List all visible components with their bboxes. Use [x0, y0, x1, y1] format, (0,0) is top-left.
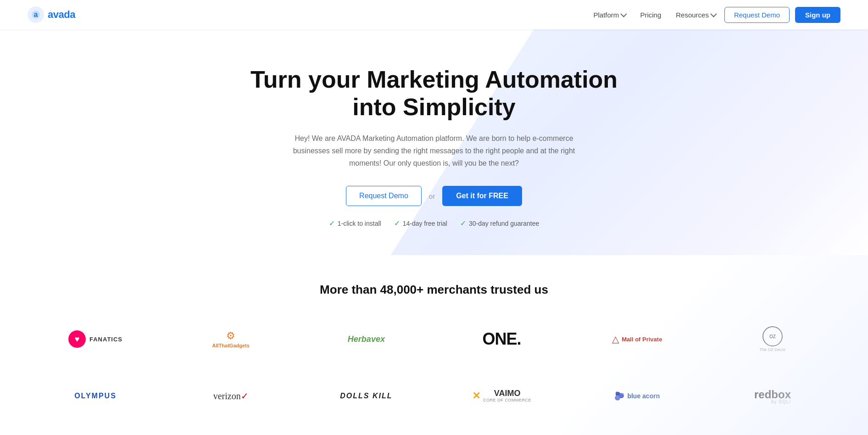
hero-or-text: or	[429, 192, 435, 200]
ozdecor-logo: OZ The OZ Decor	[760, 326, 786, 352]
dollskill-logo: DOLLS KILL	[340, 392, 392, 400]
trusted-section: More than 48,000+ merchants trusted us ♥…	[0, 255, 868, 435]
list-item: ✕ VAIMO CORE OF COMMERCE	[434, 378, 569, 414]
olympus-logo: OLYMPUS	[74, 392, 117, 400]
redbox-sub: by SQLI	[771, 399, 791, 404]
list-item: Herbavex	[299, 321, 434, 357]
hero-content: Turn your Marketing Automation into Simp…	[9, 66, 859, 228]
vaimo-text: VAIMO CORE OF COMMERCE	[483, 389, 531, 403]
vaimo-logo: ✕ VAIMO CORE OF COMMERCE	[472, 389, 531, 403]
verizon-logo: verizon✓	[213, 390, 249, 402]
hero-section: Turn your Marketing Automation into Simp…	[0, 29, 868, 255]
badge-trial: ✓ 14-day free trial	[394, 219, 447, 228]
blueacorn-logo: 🫐 blue acorn	[614, 391, 660, 401]
nav-resources[interactable]: Resources	[670, 7, 721, 22]
list-item: verizon✓	[163, 378, 299, 414]
list-item: △ Mall of Private	[569, 321, 705, 357]
nav-signup-button[interactable]: Sign up	[795, 7, 840, 23]
logos-row-2: OLYMPUS verizon✓ DOLLS KILL ✕ VAIMO CORE…	[28, 378, 840, 414]
mall-text: Mall of Private	[622, 336, 662, 343]
oz-sub: The OZ Decor	[760, 347, 786, 352]
acorn-icon: 🫐	[614, 391, 624, 401]
verizon-check-icon: ✓	[241, 391, 249, 401]
allthatgadgets-logo: ⚙ AllThatGadgets	[212, 330, 250, 348]
list-item: OLYMPUS	[28, 378, 163, 414]
svg-text:a: a	[34, 11, 38, 18]
list-item: DOLLS KILL	[299, 378, 434, 414]
logo-text: avada	[48, 9, 75, 21]
navbar: a avada Platform Pricing Resources Reque…	[0, 0, 868, 29]
hero-cta: Request Demo or Get it for FREE	[9, 186, 859, 206]
atg-icon: ⚙	[226, 330, 235, 342]
logo[interactable]: a avada	[28, 6, 75, 23]
hero-title: Turn your Marketing Automation into Simp…	[228, 66, 640, 121]
nav-request-demo-button[interactable]: Request Demo	[724, 7, 790, 23]
check-icon: ✓	[460, 219, 466, 228]
nav-pricing[interactable]: Pricing	[634, 7, 667, 22]
list-item: ONE.	[434, 321, 569, 357]
redbox-logo: redbox by SQLI	[754, 388, 791, 404]
hero-subtitle: Hey! We are AVADA Marketing Automation p…	[287, 132, 581, 170]
one-logo: ONE.	[483, 329, 521, 349]
mall-icon: △	[612, 334, 619, 345]
herbavex-logo: Herbavex	[348, 335, 385, 344]
fanatics-text: FANATICS	[89, 336, 122, 343]
check-icon: ✓	[329, 219, 335, 228]
oz-icon: OZ	[762, 326, 783, 346]
vaimo-icon: ✕	[472, 390, 480, 402]
logos-row-1: ♥ FANATICS ⚙ AllThatGadgets Herbavex ONE…	[28, 319, 840, 359]
hero-request-demo-button[interactable]: Request Demo	[346, 186, 422, 206]
nav-links: Platform Pricing Resources Request Demo …	[588, 7, 840, 23]
fanatics-logo: ♥ FANATICS	[68, 330, 122, 348]
mallofprivate-logo: △ Mall of Private	[612, 334, 662, 345]
chevron-down-icon	[621, 11, 627, 17]
list-item: ⚙ AllThatGadgets	[163, 321, 299, 357]
atg-text: AllThatGadgets	[212, 343, 250, 348]
trusted-title: More than 48,000+ merchants trusted us	[28, 283, 840, 297]
hero-get-free-button[interactable]: Get it for FREE	[442, 186, 522, 206]
list-item: ♥ FANATICS	[28, 321, 163, 357]
list-item: OZ The OZ Decor	[705, 319, 840, 359]
list-item: redbox by SQLI	[705, 378, 840, 414]
badge-refund: ✓ 30-day refund guarantee	[460, 219, 539, 228]
fanatics-icon: ♥	[68, 330, 86, 348]
chevron-down-icon	[710, 11, 717, 17]
badge-install: ✓ 1-click to install	[329, 219, 381, 228]
acorn-text: blue acorn	[627, 392, 660, 400]
hero-badges: ✓ 1-click to install ✓ 14-day free trial…	[9, 219, 859, 228]
list-item: 🫐 blue acorn	[569, 378, 705, 414]
nav-platform[interactable]: Platform	[588, 7, 631, 22]
check-icon: ✓	[394, 219, 400, 228]
